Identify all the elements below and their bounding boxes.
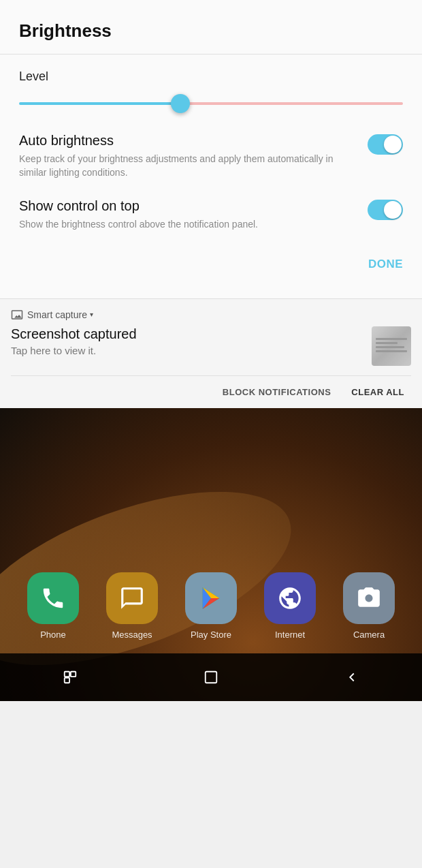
playstore-icon — [197, 584, 225, 613]
playstore-label: Play Store — [191, 630, 231, 640]
page-title: Brightness — [19, 20, 403, 42]
auto-brightness-row: Auto brightness Keep track of your brigh… — [19, 133, 403, 179]
auto-brightness-text: Auto brightness Keep track of your brigh… — [19, 133, 368, 179]
playstore-icon-bg — [185, 572, 237, 624]
block-notifications-button[interactable]: BLOCK NOTIFICATIONS — [216, 383, 338, 401]
done-button[interactable]: DONE — [368, 258, 403, 271]
thumb-line — [376, 350, 407, 352]
svg-rect-7 — [206, 672, 217, 683]
recent-apps-button[interactable] — [53, 660, 87, 694]
brightness-slider[interactable] — [19, 93, 403, 114]
dock-item-internet[interactable]: Internet — [264, 572, 316, 640]
slider-thumb[interactable] — [171, 94, 190, 113]
back-button[interactable] — [335, 660, 369, 694]
brightness-panel: Brightness Level Auto brightness Keep tr… — [0, 0, 422, 298]
notification-panel: Smart capture ▾ Screenshot captured Tap … — [0, 298, 422, 408]
phone-label: Phone — [40, 630, 66, 640]
home-button[interactable] — [194, 660, 228, 694]
thumb-line — [376, 346, 404, 348]
svg-rect-5 — [71, 672, 76, 677]
auto-brightness-title: Auto brightness — [19, 133, 354, 149]
homescreen: Phone Messages Play Store — [0, 408, 422, 701]
notification-header: Smart capture ▾ — [11, 309, 411, 321]
camera-icon — [356, 585, 382, 611]
done-container: DONE — [19, 251, 403, 285]
show-control-desc: Show the brightness control above the no… — [19, 218, 354, 232]
notification-title: Screenshot captured — [11, 326, 372, 342]
phone-icon-bg — [27, 572, 79, 624]
image-icon — [11, 309, 23, 321]
level-label: Level — [19, 69, 403, 84]
internet-icon — [277, 585, 303, 611]
slider-track — [19, 102, 403, 105]
internet-icon-bg — [264, 572, 316, 624]
slider-empty — [180, 102, 403, 105]
auto-brightness-desc: Keep track of your brightness adjustment… — [19, 153, 354, 179]
show-control-toggle[interactable] — [368, 200, 403, 220]
dock-item-playstore[interactable]: Play Store — [185, 572, 237, 640]
dock: Phone Messages Play Store — [0, 572, 422, 640]
thumb-line — [376, 342, 397, 344]
notification-text-area: Screenshot captured Tap here to view it. — [11, 326, 372, 356]
internet-label: Internet — [275, 630, 305, 640]
notification-content[interactable]: Screenshot captured Tap here to view it. — [11, 326, 411, 375]
svg-rect-4 — [65, 678, 69, 683]
show-control-title: Show control on top — [19, 198, 354, 214]
camera-icon-bg — [343, 572, 395, 624]
thumbnail-inner — [372, 326, 411, 366]
notification-thumbnail — [372, 326, 411, 366]
clear-all-button[interactable]: CLEAR ALL — [344, 383, 411, 401]
messages-icon — [119, 585, 145, 611]
show-control-row: Show control on top Show the brightness … — [19, 198, 403, 232]
home-icon — [204, 670, 218, 685]
dock-item-messages[interactable]: Messages — [106, 572, 158, 640]
phone-icon — [40, 585, 66, 611]
back-icon — [344, 670, 359, 685]
auto-brightness-toggle[interactable] — [368, 134, 403, 155]
notification-subtitle: Tap here to view it. — [11, 345, 372, 356]
navigation-bar — [0, 653, 422, 701]
smart-capture-icon — [11, 309, 23, 321]
messages-label: Messages — [112, 630, 152, 640]
divider — [0, 54, 422, 55]
thumb-lines — [376, 338, 407, 354]
notification-actions: BLOCK NOTIFICATIONS CLEAR ALL — [11, 375, 411, 408]
messages-icon-bg — [106, 572, 158, 624]
thumb-line — [376, 338, 407, 340]
notification-app-name: Smart capture — [27, 309, 87, 320]
camera-label: Camera — [353, 630, 385, 640]
show-control-text: Show control on top Show the brightness … — [19, 198, 368, 232]
dock-item-camera[interactable]: Camera — [343, 572, 395, 640]
svg-rect-6 — [65, 672, 69, 677]
chevron-down-icon: ▾ — [90, 311, 93, 318]
slider-fill — [19, 102, 180, 105]
dock-item-phone[interactable]: Phone — [27, 572, 79, 640]
recent-apps-icon — [63, 670, 78, 685]
